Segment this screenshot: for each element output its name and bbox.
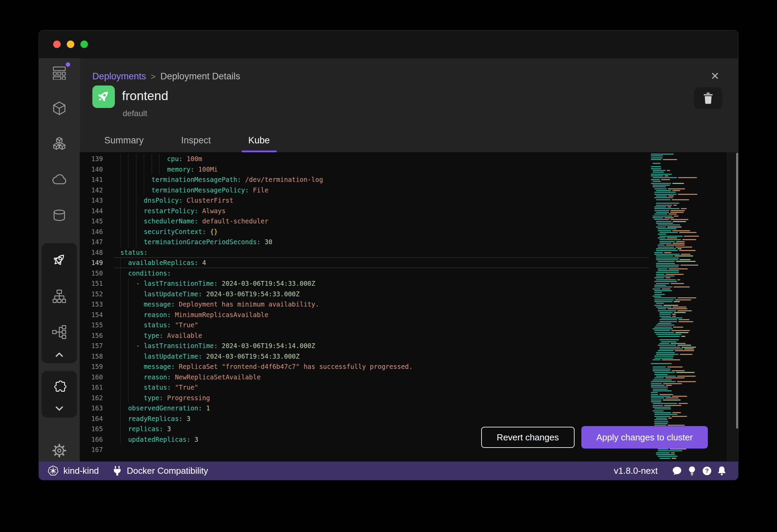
code-line[interactable]: 140 memory: 100Mi	[80, 164, 649, 175]
yaml-key: message:	[144, 363, 175, 370]
code-text[interactable]: schedulerName: default-scheduler	[114, 216, 649, 226]
code-text[interactable]: conditions:	[114, 268, 649, 279]
minimap-line	[654, 294, 665, 295]
code-text[interactable]: securityContext: {}	[114, 226, 649, 237]
revert-changes-button[interactable]: Revert changes	[481, 427, 575, 448]
code-line[interactable]: 153 message: Deployment has minimum avai…	[80, 299, 649, 310]
feedback-button[interactable]	[669, 463, 684, 478]
code-pane[interactable]: 139 cpu: 100m140 memory: 100Mi141 termin…	[80, 152, 649, 461]
code-text[interactable]: status:	[114, 247, 649, 258]
code-line[interactable]: 150 conditions:	[80, 268, 649, 279]
code-text[interactable]: type: Available	[114, 330, 649, 341]
code-text[interactable]: cpu: 100m	[114, 154, 649, 164]
code-line[interactable]: 147 terminationGracePeriodSeconds: 30	[80, 237, 649, 247]
close-button[interactable]: ✕	[707, 68, 722, 83]
tips-button[interactable]	[684, 463, 699, 478]
code-text[interactable]: type: Progressing	[114, 393, 649, 403]
code-line[interactable]: 159 message: ReplicaSet "frontend-d4f6b4…	[80, 361, 649, 372]
tab-inspect[interactable]: Inspect	[174, 128, 218, 152]
code-text[interactable]: status: "True"	[114, 320, 649, 330]
code-line[interactable]: 157 - lastTransitionTime: 2024-03-06T19:…	[80, 341, 649, 351]
minimap-line	[677, 297, 697, 298]
sidebar-item-dashboard[interactable]	[47, 60, 72, 85]
cloud-icon	[51, 172, 67, 188]
minimap-line	[654, 252, 663, 253]
sidebar-item-pods[interactable]	[47, 132, 72, 156]
sidebar-scroll-up[interactable]	[52, 348, 66, 361]
tab-summary[interactable]: Summary	[97, 128, 151, 152]
code-line[interactable]: 161 status: "True"	[80, 382, 649, 393]
code-text[interactable]: memory: 100Mi	[114, 164, 649, 175]
code-text[interactable]: terminationMessagePath: /dev/termination…	[114, 174, 649, 185]
code-text[interactable]: status: "True"	[114, 382, 649, 393]
code-line[interactable]: 142 terminationMessagePolicy: File	[80, 185, 649, 195]
code-text[interactable]: message: ReplicaSet "frontend-d4f6b47c7"…	[114, 361, 649, 372]
line-number: 144	[80, 207, 114, 215]
code-line[interactable]: 156 type: Available	[80, 330, 649, 341]
help-button[interactable]: ?	[699, 463, 714, 478]
minimap-line	[669, 268, 688, 269]
yaml-editor[interactable]: 139 cpu: 100m140 memory: 100Mi141 termin…	[80, 152, 738, 461]
line-number: 160	[80, 373, 114, 381]
code-text[interactable]: lastUpdateTime: 2024-03-06T19:54:33.000Z	[114, 289, 649, 299]
code-line[interactable]: 155 status: "True"	[80, 320, 649, 330]
code-line[interactable]: 145 schedulerName: default-scheduler	[80, 216, 649, 226]
code-line[interactable]: 144 restartPolicy: Always	[80, 206, 649, 216]
code-line[interactable]: 164 readyReplicas: 3	[80, 413, 649, 424]
code-text[interactable]: observedGeneration: 1	[114, 403, 649, 413]
code-line[interactable]: 151 - lastTransitionTime: 2024-03-06T19:…	[80, 278, 649, 289]
sidebar-item-cloud[interactable]	[47, 168, 72, 192]
minimap-line	[677, 381, 696, 382]
docker-compatibility[interactable]: Docker Compatibility	[112, 466, 208, 476]
kube-context[interactable]: kind-kind	[48, 465, 99, 476]
code-text[interactable]: availableReplicas: 4	[114, 257, 649, 268]
traffic-light-minimize[interactable]	[67, 41, 74, 48]
code-line[interactable]: 160 reason: NewReplicaSetAvailable	[80, 372, 649, 382]
code-line[interactable]: 162 type: Progressing	[80, 393, 649, 403]
minimap-line	[656, 221, 671, 222]
sidebar-item-compose[interactable]	[47, 284, 72, 309]
sidebar-item-kube-active[interactable]	[47, 248, 72, 272]
minimap-line	[668, 195, 674, 197]
code-line[interactable]: 149 availableReplicas: 4	[80, 257, 649, 268]
code-text[interactable]: readyReplicas: 3	[114, 413, 649, 424]
code-text[interactable]: terminationGracePeriodSeconds: 30	[114, 237, 649, 247]
code-line[interactable]: 158 lastUpdateTime: 2024-03-06T19:54:33.…	[80, 351, 649, 362]
code-text[interactable]: restartPolicy: Always	[114, 206, 649, 216]
sidebar-item-containers[interactable]	[47, 96, 72, 121]
sidebar-item-volumes[interactable]	[47, 203, 72, 228]
code-line[interactable]: 141 terminationMessagePath: /dev/termina…	[80, 174, 649, 185]
code-text[interactable]: reason: MinimumReplicasAvailable	[114, 310, 649, 320]
code-line[interactable]: 152 lastUpdateTime: 2024-03-06T19:54:33.…	[80, 289, 649, 299]
sidebar-item-resources[interactable]	[47, 320, 72, 344]
code-line[interactable]: 163 observedGeneration: 1	[80, 403, 649, 413]
code-line[interactable]: 146 securityContext: {}	[80, 226, 649, 237]
code-line[interactable]: 139 cpu: 100m	[80, 154, 649, 164]
code-text[interactable]: - lastTransitionTime: 2024-03-06T19:54:1…	[114, 341, 649, 351]
code-line[interactable]: 148status:	[80, 247, 649, 258]
breadcrumb-deployments-link[interactable]: Deployments	[92, 71, 146, 82]
minimap[interactable]	[650, 154, 728, 459]
code-text[interactable]: lastUpdateTime: 2024-03-06T19:54:33.000Z	[114, 351, 649, 362]
traffic-light-close[interactable]	[53, 41, 61, 48]
minimap-line	[653, 328, 673, 329]
code-text[interactable]: dnsPolicy: ClusterFirst	[114, 195, 649, 206]
tab-kube[interactable]: Kube	[242, 128, 277, 152]
minimap-line	[681, 254, 690, 255]
sidebar-item-settings[interactable]	[47, 438, 72, 463]
code-text[interactable]: - lastTransitionTime: 2024-03-06T19:54:3…	[114, 278, 649, 289]
delete-deployment-button[interactable]	[694, 87, 722, 109]
code-line[interactable]: 154 reason: MinimumReplicasAvailable	[80, 310, 649, 320]
sidebar-scroll-down[interactable]	[52, 402, 66, 415]
apply-changes-button[interactable]: Apply changes to cluster	[581, 426, 708, 449]
code-text[interactable]: terminationMessagePolicy: File	[114, 185, 649, 195]
code-text[interactable]: reason: NewReplicaSetAvailable	[114, 372, 649, 382]
sidebar-item-extensions[interactable]	[47, 375, 72, 400]
code-text[interactable]: message: Deployment has minimum availabi…	[114, 299, 649, 310]
minimap-line	[651, 387, 668, 388]
code-line[interactable]: 143 dnsPolicy: ClusterFirst	[80, 195, 649, 206]
notifications-button[interactable]	[714, 463, 729, 478]
traffic-light-zoom[interactable]	[80, 41, 88, 48]
scrollbar-thumb[interactable]	[736, 153, 738, 428]
yaml-value: {}	[210, 228, 218, 235]
